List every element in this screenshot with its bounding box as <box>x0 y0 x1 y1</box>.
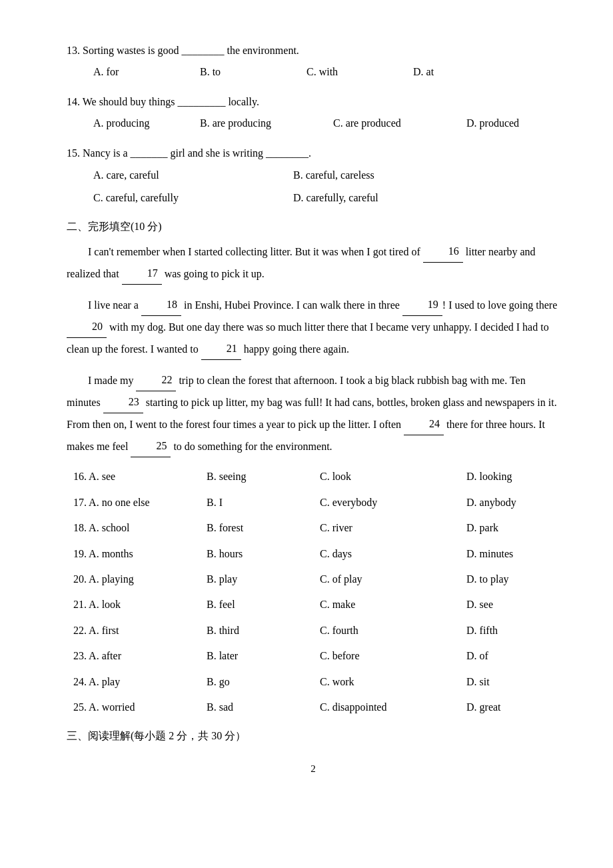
cloze-23-d: D. of <box>466 646 586 666</box>
cloze-24-d: D. sit <box>466 672 586 692</box>
cloze-25-c: C. disappointed <box>320 697 466 717</box>
question-15-text: 15. Nancy is a _______ girl and she is w… <box>67 143 560 164</box>
cloze-21-a: 21. A. look <box>73 595 207 615</box>
passage-para1: I can't remember when I started collecti… <box>67 241 560 285</box>
cloze-22-c: C. fourth <box>320 621 466 641</box>
cloze-20-c: C. of play <box>320 569 466 589</box>
cloze-row-24: 24. A. play B. go C. work D. sit <box>67 672 560 692</box>
cloze-23-c: C. before <box>320 646 466 666</box>
question-15: 15. Nancy is a _______ girl and she is w… <box>67 143 560 209</box>
cloze-16-b: B. seeing <box>207 467 320 487</box>
blank-22: 22 <box>136 369 176 391</box>
option-14-b: B. are producing <box>200 114 333 133</box>
cloze-row-23: 23. A. after B. later C. before D. of <box>67 646 560 666</box>
question-13: 13. Sorting wastes is good ________ the … <box>67 40 560 82</box>
cloze-19-d: D. minutes <box>466 544 586 564</box>
cloze-21-d: D. see <box>466 595 586 615</box>
blank-16: 16 <box>423 241 463 263</box>
cloze-23-a: 23. A. after <box>73 646 207 666</box>
cloze-17-d: D. anybody <box>466 493 586 513</box>
passage-para2: I live near a 18 in Enshi, Hubei Provinc… <box>67 294 560 360</box>
cloze-row-20: 20. A. playing B. play C. of play D. to … <box>67 569 560 589</box>
cloze-18-a: 18. A. school <box>73 518 207 538</box>
cloze-row-22: 22. A. first B. third C. fourth D. fifth <box>67 621 560 641</box>
cloze-row-19: 19. A. months B. hours C. days D. minute… <box>67 544 560 564</box>
cloze-row-18: 18. A. school B. forest C. river D. park <box>67 518 560 538</box>
option-13-d: D. at <box>413 63 520 82</box>
cloze-18-d: D. park <box>466 518 586 538</box>
blank-25: 25 <box>131 435 171 457</box>
cloze-24-c: C. work <box>320 672 466 692</box>
cloze-21-b: B. feel <box>207 595 320 615</box>
option-15-d: D. carefully, careful <box>293 188 493 208</box>
cloze-17-a: 17. A. no one else <box>73 493 207 513</box>
cloze-20-b: B. play <box>207 569 320 589</box>
cloze-22-d: D. fifth <box>466 621 586 641</box>
cloze-22-a: 22. A. first <box>73 621 207 641</box>
cloze-24-b: B. go <box>207 672 320 692</box>
cloze-17-c: C. everybody <box>320 493 466 513</box>
question-14-text: 14. We should buy things _________ local… <box>67 91 560 113</box>
blank-19: 19 <box>402 294 442 316</box>
cloze-23-b: B. later <box>207 646 320 666</box>
option-14-d: D. produced <box>466 114 573 133</box>
cloze-18-b: B. forest <box>207 518 320 538</box>
cloze-options-section: 16. A. see B. seeing C. look D. looking … <box>67 467 560 717</box>
question-14: 14. We should buy things _________ local… <box>67 91 560 133</box>
cloze-20-a: 20. A. playing <box>73 569 207 589</box>
section2-title: 二、完形填空(10 分) <box>67 220 560 234</box>
question-13-options: A. for B. to C. with D. at <box>67 63 560 82</box>
option-13-c: C. with <box>306 63 413 82</box>
cloze-16-c: C. look <box>320 467 466 487</box>
blank-21: 21 <box>201 338 241 360</box>
cloze-row-25: 25. A. worried B. sad C. disappointed D.… <box>67 697 560 717</box>
cloze-22-b: B. third <box>207 621 320 641</box>
option-14-a: A. producing <box>93 114 200 133</box>
blank-20: 20 <box>67 316 107 338</box>
cloze-row-17: 17. A. no one else B. I C. everybody D. … <box>67 493 560 513</box>
option-15-b: B. careful, careless <box>293 165 493 185</box>
page-number: 2 <box>67 763 560 775</box>
option-13-a: A. for <box>93 63 200 82</box>
cloze-18-c: C. river <box>320 518 466 538</box>
cloze-25-a: 25. A. worried <box>73 697 207 717</box>
blank-18: 18 <box>141 294 181 316</box>
cloze-25-b: B. sad <box>207 697 320 717</box>
cloze-16-a: 16. A. see <box>73 467 207 487</box>
cloze-20-d: D. to play <box>466 569 586 589</box>
option-13-b: B. to <box>200 63 306 82</box>
question-13-text: 13. Sorting wastes is good ________ the … <box>67 40 560 61</box>
question-15-options-row1: A. care, careful B. careful, careless <box>67 165 560 185</box>
section3-title: 三、阅读理解(每小题 2 分，共 30 分） <box>67 729 560 743</box>
blank-17: 17 <box>122 263 162 285</box>
option-15-c: C. careful, carefully <box>93 188 293 208</box>
option-15-a: A. care, careful <box>93 165 293 185</box>
cloze-24-a: 24. A. play <box>73 672 207 692</box>
cloze-16-d: D. looking <box>466 467 586 487</box>
cloze-17-b: B. I <box>207 493 320 513</box>
option-14-c: C. are produced <box>333 114 466 133</box>
passage-para3: I made my 22 trip to clean the forest th… <box>67 369 560 457</box>
blank-24: 24 <box>404 413 444 435</box>
blank-23: 23 <box>103 391 143 413</box>
cloze-19-a: 19. A. months <box>73 544 207 564</box>
cloze-21-c: C. make <box>320 595 466 615</box>
cloze-19-b: B. hours <box>207 544 320 564</box>
cloze-25-d: D. great <box>466 697 586 717</box>
cloze-19-c: C. days <box>320 544 466 564</box>
question-14-options: A. producing B. are producing C. are pro… <box>67 114 560 133</box>
question-15-options-row2: C. careful, carefully D. carefully, care… <box>67 188 560 208</box>
cloze-row-16: 16. A. see B. seeing C. look D. looking <box>67 467 560 487</box>
cloze-row-21: 21. A. look B. feel C. make D. see <box>67 595 560 615</box>
